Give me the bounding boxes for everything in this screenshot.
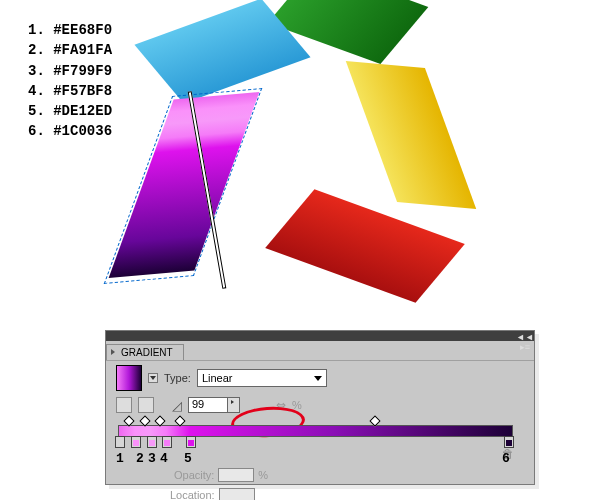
angle-input[interactable]: 99 xyxy=(188,397,228,413)
type-label: Type: xyxy=(164,372,191,384)
stroke-gradient-icon[interactable] xyxy=(138,397,154,413)
ribbon-segment-yellow xyxy=(346,61,476,209)
midpoint-stop[interactable] xyxy=(174,415,185,426)
angle-icon: ◿ xyxy=(172,398,182,413)
angle-stepper[interactable] xyxy=(228,397,240,413)
ribbon-segment-red xyxy=(265,189,465,302)
stop-number-labels: 1 2 3 4 5 6 xyxy=(118,451,513,465)
tab-gradient[interactable]: GRADIENT xyxy=(106,344,184,360)
aspect-unit: % xyxy=(292,399,302,411)
gradient-panel: ◄◄ ▸≡ GRADIENT Type: Linear ◿ 99 ⇔ % xyxy=(105,330,535,485)
location-label: Location: xyxy=(170,489,215,500)
gradient-ramp[interactable]: 🗑 xyxy=(118,425,513,437)
location-input[interactable] xyxy=(219,488,255,500)
color-stop-5[interactable] xyxy=(186,436,196,448)
color-stop-2[interactable] xyxy=(131,436,141,448)
reverse-gradient-icon[interactable] xyxy=(116,397,132,413)
opacity-input[interactable] xyxy=(218,468,254,482)
panel-tab-strip: GRADIENT xyxy=(106,341,534,361)
midpoint-stop[interactable] xyxy=(139,415,150,426)
gradient-swatch-dropdown[interactable] xyxy=(148,373,158,383)
color-stop-3[interactable] xyxy=(147,436,157,448)
color-stop-4[interactable] xyxy=(162,436,172,448)
aspect-ratio-icon: ⇔ xyxy=(276,398,286,412)
opacity-label: Opacity: xyxy=(174,469,214,481)
color-stop-1[interactable] xyxy=(115,436,125,448)
midpoint-stop[interactable] xyxy=(369,415,380,426)
gradient-type-select[interactable]: Linear xyxy=(197,369,327,387)
canvas-artwork xyxy=(150,0,450,320)
panel-flyout-icon[interactable]: ◄◄ ▸≡ xyxy=(516,332,530,340)
panel-header-bar[interactable]: ◄◄ ▸≡ xyxy=(106,331,534,341)
midpoint-stop[interactable] xyxy=(155,415,166,426)
gradient-fill-swatch[interactable] xyxy=(116,365,142,391)
gradient-bar[interactable] xyxy=(118,425,513,437)
midpoint-stop[interactable] xyxy=(123,415,134,426)
color-legend: 1. #EE68F0 2. #FA91FA 3. #F799F9 4. #F57… xyxy=(28,20,112,142)
ribbon-segment-purple-selected[interactable] xyxy=(109,92,260,278)
